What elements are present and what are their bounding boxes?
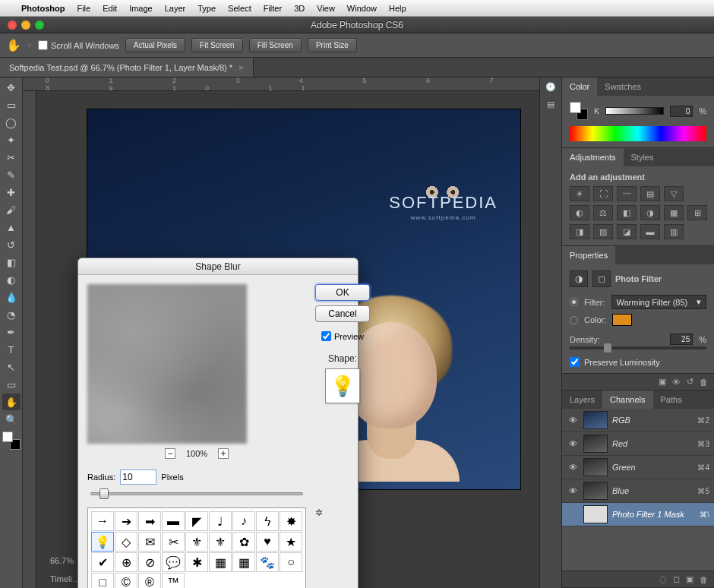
visibility-icon[interactable]: 👁 [567,416,579,425]
reset-icon[interactable]: ↺ [687,377,693,387]
channel-row[interactable]: 👁 RGB ⌘2 [562,409,714,432]
filter-select[interactable]: Warming Filter (85)▾ [611,295,707,309]
scroll-all-checkbox[interactable]: Scroll All Windows [38,40,119,50]
preview-checkbox[interactable]: Preview [321,331,364,341]
trash-icon[interactable]: 🗑 [700,378,708,387]
save-selection-icon[interactable]: ◻ [673,574,680,584]
hand-tool-icon[interactable]: ✋ [6,38,21,53]
spectrum-bar[interactable] [570,126,706,141]
menu-edit[interactable]: Edit [103,4,117,13]
menu-3d[interactable]: 3D [294,4,305,13]
shape-item-selected[interactable]: 💡 [91,532,114,552]
crop-tool[interactable]: ✂ [2,149,21,166]
menu-type[interactable]: Type [197,4,216,13]
shape-item[interactable]: © [115,573,137,588]
shape-item[interactable]: ⊕ [115,552,137,572]
adj-brightness-icon[interactable]: ☀ [570,186,589,201]
shape-item[interactable]: ♩ [209,511,232,531]
window-close-button[interactable] [8,21,17,30]
shape-item[interactable]: □ [91,573,114,588]
density-slider[interactable] [570,346,706,349]
delete-channel-icon[interactable]: 🗑 [700,575,708,584]
type-tool[interactable]: T [2,341,21,358]
dodge-tool[interactable]: ◔ [2,306,21,323]
visibility-icon[interactable]: 👁 [567,463,579,472]
shape-tool[interactable]: ▭ [2,376,21,393]
heal-tool[interactable]: ✚ [2,184,21,201]
k-slider[interactable] [605,107,664,115]
shape-item[interactable]: ✔ [91,552,114,572]
menu-layer[interactable]: Layer [165,4,186,13]
blur-tool[interactable]: 💧 [2,289,21,305]
adj-lookup-icon[interactable]: ⊞ [687,205,707,220]
gradient-tool[interactable]: ◐ [2,271,21,288]
adj-mixer-icon[interactable]: ▦ [664,205,684,220]
app-menu[interactable]: Photoshop [21,4,65,13]
fit-screen-button[interactable]: Fit Screen [191,38,243,52]
adjustment-icon[interactable]: ◑ [570,270,588,287]
ok-button[interactable]: OK [315,284,370,301]
zoom-readout[interactable]: 66.7% [50,556,74,565]
eraser-tool[interactable]: ◧ [2,254,21,270]
shape-item[interactable]: ◇ [115,532,137,552]
shape-item[interactable]: ✸ [280,511,302,531]
wand-tool[interactable]: ✦ [2,131,21,148]
radius-slider[interactable] [90,488,303,500]
channel-row[interactable]: 👁 Green ⌘4 [562,456,714,479]
shape-item[interactable]: ⚜ [209,532,232,552]
zoom-tool[interactable]: 🔍 [2,411,21,428]
color-chip[interactable] [612,314,632,326]
tab-properties[interactable]: Properties [562,246,615,264]
menu-filter[interactable]: Filter [264,4,282,13]
shape-item[interactable]: ⊘ [138,552,161,572]
shape-item[interactable]: ◤ [185,511,208,531]
shape-item[interactable]: ➔ [115,511,137,531]
fill-screen-button[interactable]: Fill Screen [249,38,302,52]
color-swatch[interactable] [570,102,588,120]
adj-gradmap-icon[interactable]: ▬ [640,224,660,239]
radius-input[interactable] [120,469,156,485]
shape-item[interactable]: ▦ [209,552,232,572]
shape-item[interactable]: ® [138,573,161,588]
filter-preview[interactable] [87,284,247,444]
fg-bg-swatch[interactable] [2,432,21,450]
tab-paths[interactable]: Paths [653,390,690,409]
menu-view[interactable]: View [317,4,335,13]
adj-balance-icon[interactable]: ⚖ [593,205,613,220]
path-tool[interactable]: ↖ [2,359,21,375]
k-value[interactable] [670,106,693,117]
tab-channels[interactable]: Channels [602,390,652,409]
timeline-tab[interactable]: Timeli… [50,574,81,583]
shape-item[interactable]: ♪ [232,511,255,531]
adj-invert-icon[interactable]: ◨ [570,224,589,239]
tab-adjustments[interactable]: Adjustments [562,148,624,166]
menu-file[interactable]: File [77,4,90,13]
history-brush-tool[interactable]: ↺ [2,236,21,253]
shape-item[interactable]: ♥ [256,532,279,552]
view-prev-icon[interactable]: 👁 [672,378,681,387]
cancel-button[interactable]: Cancel [315,305,370,322]
menu-help[interactable]: Help [389,4,406,13]
shape-item[interactable]: ✂ [162,532,185,552]
print-size-button[interactable]: Print Size [308,38,357,52]
shape-swatch[interactable]: 💡 [325,368,360,403]
visibility-icon[interactable]: 👁 [567,439,579,448]
window-zoom-button[interactable] [35,21,44,30]
visibility-icon[interactable]: 👁 [567,486,579,495]
shape-item[interactable]: 💬 [162,552,185,572]
shape-item[interactable]: ✿ [232,532,255,552]
filter-radio[interactable] [570,298,578,306]
shape-item[interactable]: ★ [280,532,302,552]
actual-pixels-button[interactable]: Actual Pixels [125,38,185,52]
actions-icon[interactable]: ▤ [547,100,554,109]
shape-item[interactable]: ⚜ [185,532,208,552]
shape-item[interactable]: ✉ [138,532,161,552]
shape-item[interactable]: ϟ [256,511,279,531]
shape-item[interactable]: ➡ [138,511,161,531]
shape-item[interactable]: ○ [280,552,302,572]
hand-tool[interactable]: ✋ [2,394,21,410]
adj-vibrance-icon[interactable]: ▽ [664,186,684,201]
load-selection-icon[interactable]: ◌ [659,574,667,584]
stamp-tool[interactable]: ▲ [2,219,21,236]
channel-row[interactable]: 👁 Red ⌘3 [562,432,714,456]
